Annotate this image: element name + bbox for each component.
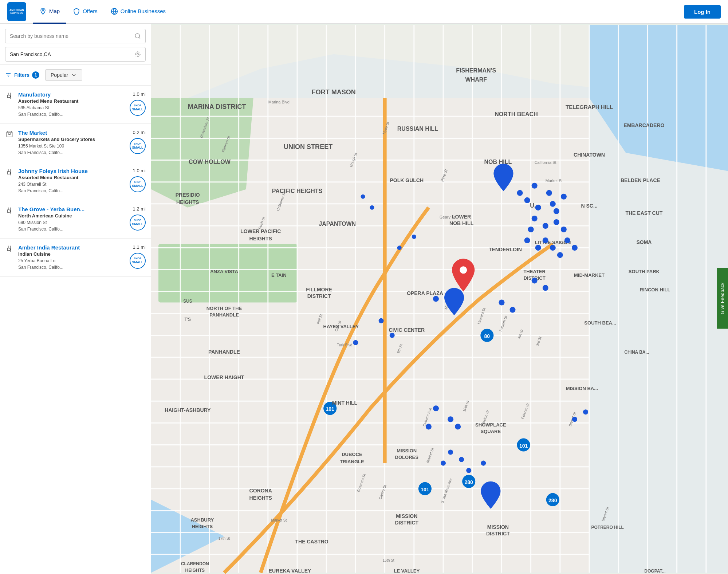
nav-item-map[interactable]: Map <box>33 0 66 24</box>
login-button[interactable]: Log In <box>684 5 721 19</box>
shop-small-badge: SHOP Small <box>130 138 146 154</box>
nav-online-label: Online Businesses <box>121 8 166 14</box>
svg-text:HEIGHTS: HEIGHTS <box>176 199 199 205</box>
list-item[interactable]: Johnny Foleys Irish House Assorted Menu … <box>0 162 151 200</box>
svg-text:TRIANGLE: TRIANGLE <box>340 459 364 464</box>
business-name: The Grove - Yerba Buen... <box>18 206 125 212</box>
svg-text:SOMA: SOMA <box>636 239 652 245</box>
svg-text:SOUTH BEA...: SOUTH BEA... <box>584 320 616 326</box>
svg-text:NOB HILL: NOB HILL <box>449 220 474 226</box>
svg-point-194 <box>528 227 534 232</box>
svg-text:101: 101 <box>326 406 335 412</box>
svg-text:EMBARCADERO: EMBARCADERO <box>623 122 664 128</box>
map-area[interactable]: 101 80 101 280 101 280 MARINA DISTRICT F… <box>151 24 728 574</box>
sort-label: Popular <box>51 72 68 78</box>
svg-text:101: 101 <box>519 443 528 449</box>
svg-text:Geary St: Geary St <box>440 215 455 219</box>
sort-dropdown[interactable]: Popular <box>45 69 82 81</box>
list-item[interactable]: The Market Supermarkets and Grocery Stor… <box>0 124 151 162</box>
business-type: Assorted Menu Restaurant <box>18 175 125 180</box>
svg-text:FISHERMAN'S: FISHERMAN'S <box>456 67 496 74</box>
svg-text:CIVIC CENTER: CIVIC CENTER <box>389 327 425 333</box>
svg-text:PANHANDLE: PANHANDLE <box>209 312 239 318</box>
nav-item-offers[interactable]: Offers <box>66 0 104 24</box>
svg-point-226 <box>572 417 577 422</box>
svg-text:UNION STREET: UNION STREET <box>284 143 332 150</box>
list-item[interactable]: Amber India Restaurant Indian Cuisine 25… <box>0 239 151 277</box>
map-pin-icon <box>39 8 47 15</box>
offers-icon <box>73 8 80 15</box>
business-info: Amber India Restaurant Indian Cuisine 25… <box>18 244 125 271</box>
svg-text:TENDERLOIN: TENDERLOIN <box>489 247 522 252</box>
search-input[interactable] <box>10 33 134 39</box>
svg-point-190 <box>561 194 567 200</box>
svg-point-222 <box>361 194 365 199</box>
business-distance: 1.0 mi <box>133 91 146 97</box>
filter-label: Filters <box>14 72 29 78</box>
svg-text:N SC...: N SC... <box>581 203 597 209</box>
svg-marker-24 <box>151 98 253 208</box>
list-item[interactable]: Manufactory Assorted Menu Restaurant 595… <box>0 86 151 124</box>
svg-point-216 <box>448 450 453 455</box>
svg-text:HEIGHTS: HEIGHTS <box>249 495 272 501</box>
business-distance: 1.2 mi <box>133 206 146 212</box>
svg-text:Market St: Market St <box>546 178 563 183</box>
svg-text:HAYES VALLEY: HAYES VALLEY <box>323 324 359 329</box>
chevron-down-icon <box>71 72 77 78</box>
shop-small-badge: SHOP Small <box>130 215 146 231</box>
nav-offers-label: Offers <box>83 8 98 14</box>
svg-text:RUSSIAN HILL: RUSSIAN HILL <box>397 125 438 132</box>
svg-text:MISSION: MISSION <box>397 448 417 453</box>
business-meta: 1.0 mi SHOP Small <box>130 168 146 192</box>
svg-text:California St: California St <box>535 160 556 165</box>
svg-text:E TAIN: E TAIN <box>271 272 287 278</box>
svg-point-189 <box>550 201 556 207</box>
svg-point-201 <box>524 237 530 243</box>
give-feedback-button[interactable]: Give Feedback <box>717 268 728 329</box>
business-address: 25 Yerba Buena Ln San Francisco, Califo.… <box>18 257 125 271</box>
svg-text:CHINATOWN: CHINATOWN <box>574 152 605 158</box>
business-type: Supermarkets and Grocery Stores <box>18 137 125 142</box>
svg-point-198 <box>550 245 556 251</box>
location-input[interactable] <box>10 51 134 57</box>
list-item[interactable]: The Grove - Yerba Buen... North American… <box>0 200 151 239</box>
svg-point-3 <box>137 54 139 55</box>
svg-text:SUS: SUS <box>183 299 192 304</box>
svg-point-0 <box>42 9 44 11</box>
nav-item-online[interactable]: Online Businesses <box>104 0 172 24</box>
svg-text:NORTH BEACH: NORTH BEACH <box>495 111 538 117</box>
svg-text:NORTH OF THE: NORTH OF THE <box>206 306 242 311</box>
svg-text:BELDEN PLACE: BELDEN PLACE <box>621 177 660 183</box>
svg-point-188 <box>535 205 541 211</box>
svg-point-202 <box>572 245 578 251</box>
svg-text:POLK GULCH: POLK GULCH <box>390 177 424 183</box>
svg-text:SQUARE: SQUARE <box>481 429 501 434</box>
business-meta: 1.2 mi SHOP Small <box>130 206 146 231</box>
svg-point-213 <box>448 416 453 422</box>
location-icon <box>134 51 141 58</box>
svg-text:ASHBURY: ASHBURY <box>190 517 214 523</box>
svg-text:MID-MARKET: MID-MARKET <box>574 272 605 278</box>
svg-text:TELEGRAPH HILL: TELEGRAPH HILL <box>566 104 613 110</box>
business-address: 243 Ofarrell St San Francisco, Califo... <box>18 181 125 194</box>
svg-point-196 <box>561 227 567 232</box>
svg-text:280: 280 <box>465 479 473 485</box>
svg-point-205 <box>499 300 504 306</box>
business-meta: 0.2 mi SHOP Small <box>130 130 146 154</box>
svg-text:MISSION: MISSION <box>487 524 509 530</box>
svg-text:PACIFIC HEIGHTS: PACIFIC HEIGHTS <box>272 188 323 194</box>
svg-text:Market St: Market St <box>271 518 287 522</box>
svg-text:POTRERO HILL: POTRERO HILL <box>591 525 623 530</box>
svg-text:FILLMORE: FILLMORE <box>306 287 332 292</box>
svg-point-206 <box>509 307 515 313</box>
svg-text:CHINA BA...: CHINA BA... <box>624 350 649 355</box>
svg-point-217 <box>441 461 446 466</box>
svg-text:THE CASTRO: THE CASTRO <box>295 539 328 544</box>
svg-point-199 <box>535 245 541 251</box>
filter-button[interactable]: Filters 1 <box>5 71 39 79</box>
svg-text:DISTRICT: DISTRICT <box>486 531 510 536</box>
svg-point-210 <box>390 333 395 338</box>
svg-text:DOLORES: DOLORES <box>395 455 419 460</box>
svg-point-186 <box>524 197 530 203</box>
business-meta: 1.0 mi SHOP Small <box>130 91 146 116</box>
